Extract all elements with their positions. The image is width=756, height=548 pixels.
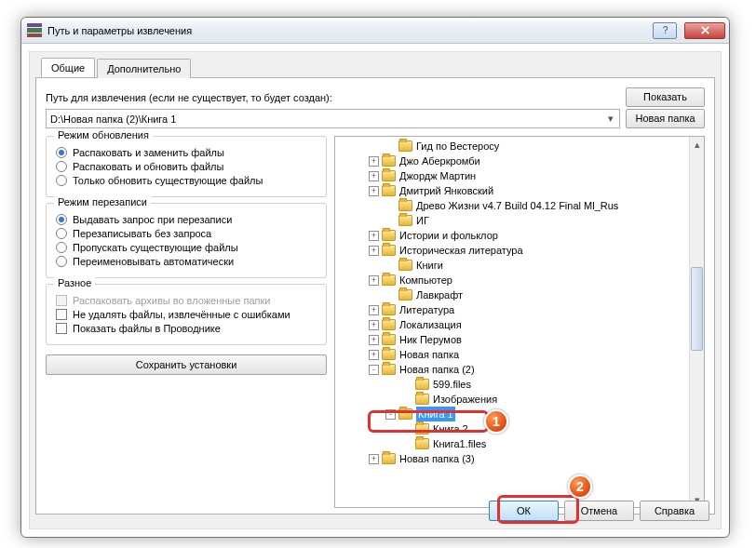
cancel-button[interactable]: Отмена <box>564 501 634 521</box>
titlebar[interactable]: Путь и параметры извлечения ? <box>21 18 729 44</box>
tree-node[interactable]: +Литература <box>339 302 704 317</box>
tree-label: Локализация <box>399 317 462 332</box>
folder-icon <box>415 394 429 405</box>
tree-node[interactable]: +Локализация <box>339 317 704 332</box>
tree-node[interactable]: Изображения <box>339 392 704 407</box>
extract-dialog: Путь и параметры извлечения ? Общие Допо… <box>20 17 730 538</box>
newfolder-button[interactable]: Новая папка <box>626 109 705 128</box>
folder-icon <box>398 140 412 152</box>
expand-icon[interactable]: + <box>369 156 379 167</box>
tree-node[interactable]: +Истории и фольклор <box>339 228 704 243</box>
tree-node[interactable]: -Новая папка (2) <box>339 362 704 377</box>
folder-icon <box>398 289 412 301</box>
tree-node[interactable]: Книга 2 <box>339 421 704 436</box>
radio-extract-replace[interactable]: Распаковать и заменить файлы <box>56 147 318 158</box>
check-show-explorer[interactable]: Показать файлы в Проводнике <box>56 323 318 334</box>
folder-icon <box>382 334 396 345</box>
tree-label: Книги <box>416 258 443 273</box>
group-overwrite: Режим перезаписи Выдавать запрос при пер… <box>46 203 327 278</box>
radio-icon <box>56 161 67 172</box>
tree-node[interactable]: ИГ <box>339 213 704 228</box>
checkbox-icon <box>56 295 67 306</box>
check-keep-broken[interactable]: Не удалять файлы, извлечённые с ошибками <box>56 309 318 320</box>
folder-icon <box>382 170 396 181</box>
tree-node[interactable]: -Книга 1 <box>339 407 704 421</box>
tree-node[interactable]: Гид по Вестеросу <box>339 139 704 154</box>
group-update-legend: Режим обновления <box>54 129 153 140</box>
ok-button[interactable]: ОК <box>489 501 559 521</box>
expand-icon[interactable]: + <box>369 320 379 330</box>
scroll-up-icon[interactable]: ▴ <box>692 138 702 151</box>
scroll-thumb[interactable] <box>691 267 703 351</box>
radio-icon <box>56 175 67 186</box>
tab-panel-general: Путь для извлечения (если не существует,… <box>35 77 715 515</box>
tree-node[interactable]: Лавкрафт <box>339 287 704 302</box>
expand-icon[interactable]: + <box>369 305 379 315</box>
window-title: Путь и параметры извлечения <box>47 25 645 36</box>
folder-icon <box>382 245 396 256</box>
expand-icon[interactable]: + <box>369 335 379 345</box>
tree-node[interactable]: +Новая папка <box>339 347 704 362</box>
check-nested: Распаковать архивы во вложенные папки <box>56 295 318 306</box>
folder-icon <box>382 364 396 375</box>
expand-icon[interactable]: + <box>369 275 379 286</box>
path-combobox[interactable]: D:\Новая папка (2)\Книга 1 ▾ <box>46 109 620 128</box>
tree-node[interactable]: Древо Жизни v4.7 Build 04.12 Final Ml_Ru… <box>339 198 704 213</box>
tree-label: ИГ <box>416 213 429 228</box>
tree-label: 599.files <box>433 377 471 392</box>
tree-node[interactable]: +Джордж Мартин <box>339 168 704 183</box>
group-overwrite-legend: Режим перезаписи <box>54 196 151 207</box>
tree-node[interactable]: +Ник Перумов <box>339 332 704 347</box>
radio-overwrite[interactable]: Перезаписывать без запроса <box>56 228 318 239</box>
tree-node[interactable]: +Новая папка (3) <box>339 451 704 466</box>
expand-icon[interactable]: + <box>369 454 379 464</box>
path-label: Путь для извлечения (если не существует,… <box>46 92 620 103</box>
expand-icon[interactable]: + <box>369 246 379 256</box>
tree-node[interactable]: Книги <box>339 258 704 273</box>
expand-icon[interactable]: + <box>369 231 379 241</box>
tab-general[interactable]: Общие <box>41 58 95 77</box>
chevron-down-icon[interactable]: ▾ <box>603 112 617 126</box>
folder-icon <box>382 155 396 167</box>
spacer <box>385 290 396 301</box>
folder-tree[interactable]: Гид по Вестеросу+Джо Аберкромби+Джордж М… <box>334 136 705 508</box>
radio-icon <box>56 228 67 239</box>
radio-rename[interactable]: Переименовывать автоматически <box>56 256 318 267</box>
tree-label: Лавкрафт <box>416 287 463 302</box>
folder-icon <box>398 200 412 211</box>
tree-label: Новая папка (2) <box>399 362 475 377</box>
client-area: Общие Дополнительно Путь для извлечения … <box>29 51 722 529</box>
tree-node[interactable]: +Дмитрий Янковский <box>339 183 704 198</box>
expand-icon[interactable]: + <box>369 350 379 360</box>
tree-node[interactable]: Книга1.files <box>339 436 704 451</box>
radio-extract-update[interactable]: Распаковать и обновить файлы <box>56 161 318 172</box>
spacer <box>385 201 396 211</box>
spacer <box>402 380 412 390</box>
radio-update-only[interactable]: Только обновить существующие файлы <box>56 175 318 186</box>
radio-ask[interactable]: Выдавать запрос при перезаписи <box>56 214 318 225</box>
spacer <box>385 261 396 271</box>
save-settings-button[interactable]: Сохранить установки <box>46 354 327 375</box>
expand-icon[interactable]: + <box>369 171 379 181</box>
radio-icon <box>56 214 67 225</box>
show-button[interactable]: Показать <box>626 87 705 107</box>
folder-icon <box>382 304 396 315</box>
folder-icon <box>415 438 429 449</box>
collapse-icon[interactable]: - <box>369 365 379 375</box>
radio-skip[interactable]: Пропускать существующие файлы <box>56 242 318 253</box>
scrollbar[interactable]: ▴ ▾ <box>689 137 704 507</box>
collapse-icon[interactable]: - <box>385 409 396 420</box>
help-button[interactable]: ? <box>653 22 677 39</box>
tree-node[interactable]: +Историческая литература <box>339 243 704 258</box>
dialog-buttons: ОК Отмена Справка <box>489 501 709 521</box>
help-dlg-button[interactable]: Справка <box>640 501 709 521</box>
expand-icon[interactable]: + <box>369 186 379 196</box>
folder-icon <box>382 230 396 241</box>
tree-node[interactable]: +Джо Аберкромби <box>339 154 704 168</box>
folder-icon <box>398 260 412 271</box>
tree-node[interactable]: +Компьютер <box>339 273 704 287</box>
close-button[interactable] <box>684 22 725 39</box>
radio-icon <box>56 256 67 267</box>
tree-node[interactable]: 599.files <box>339 377 704 392</box>
tab-advanced[interactable]: Дополнительно <box>97 59 191 78</box>
